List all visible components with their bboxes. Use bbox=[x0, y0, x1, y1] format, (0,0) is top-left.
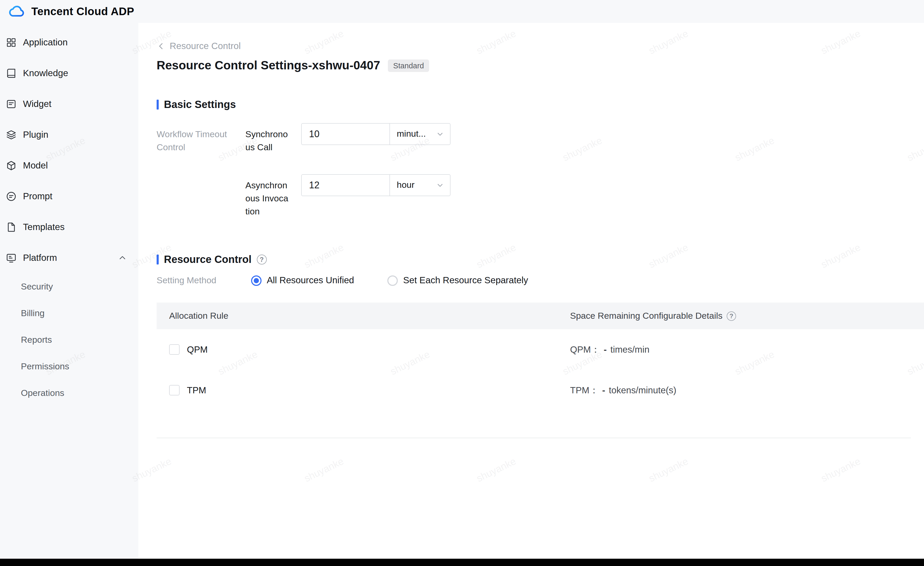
group-label-spacer bbox=[157, 174, 236, 179]
help-icon[interactable]: ? bbox=[257, 255, 267, 265]
template-icon bbox=[6, 222, 17, 233]
basic-settings-section: Basic Settings Workflow Timeout Control … bbox=[157, 99, 924, 218]
sidebar-item-label: Knowledge bbox=[23, 68, 68, 79]
radio-option-label: All Resources Unified bbox=[267, 275, 354, 286]
sidebar: Application Knowledge Widget bbox=[0, 23, 138, 559]
sidebar-item-label: Application bbox=[23, 37, 68, 48]
async-call-unit-select[interactable]: hour bbox=[389, 174, 450, 196]
sidebar-subitem-label: Reports bbox=[21, 335, 52, 345]
chevron-left-icon bbox=[157, 42, 165, 51]
async-call-value-input[interactable] bbox=[301, 174, 390, 196]
message-icon bbox=[6, 191, 17, 202]
breadcrumb-back[interactable]: Resource Control bbox=[157, 41, 241, 52]
column-header-space-remaining: Space Remaining Configurable Details ? bbox=[570, 311, 736, 321]
sidebar-item-application[interactable]: Application bbox=[0, 27, 138, 58]
sync-call-value-input[interactable] bbox=[301, 123, 390, 145]
platform-icon bbox=[6, 253, 17, 264]
sidebar-item-prompt[interactable]: Prompt bbox=[0, 181, 138, 212]
detail-value: - bbox=[602, 385, 605, 396]
section-title: Resource Control bbox=[164, 253, 252, 265]
radio-set-each-resource-separately[interactable]: Set Each Resource Separately bbox=[388, 275, 528, 286]
form-row-sync: Workflow Timeout Control Synchronous Cal… bbox=[157, 123, 924, 154]
sidebar-subitem-label: Security bbox=[21, 282, 53, 292]
sidebar-item-permissions[interactable]: Permissions bbox=[0, 353, 138, 380]
detail-prefix: QPM： bbox=[570, 343, 600, 356]
tpm-checkbox[interactable] bbox=[169, 385, 180, 395]
sidebar-item-label: Templates bbox=[23, 222, 65, 233]
detail-prefix: TPM： bbox=[570, 384, 598, 397]
selected-unit: hour bbox=[397, 180, 414, 190]
chevron-down-icon bbox=[436, 130, 444, 138]
sidebar-item-plugin[interactable]: Plugin bbox=[0, 120, 138, 150]
title-row: Resource Control Settings-xshwu-0407 Sta… bbox=[157, 58, 924, 72]
sidebar-item-label: Widget bbox=[23, 99, 51, 109]
async-call-control: hour bbox=[301, 174, 450, 196]
status-badge: Standard bbox=[388, 59, 429, 72]
app-header: Tencent Cloud ADP bbox=[0, 0, 924, 23]
selected-unit: minut... bbox=[397, 129, 426, 139]
sync-call-unit-select[interactable]: minut... bbox=[389, 123, 450, 145]
cube-icon bbox=[6, 160, 17, 171]
resource-control-section: Resource Control ? Setting Method All Re… bbox=[157, 253, 924, 438]
sidebar-item-label: Prompt bbox=[23, 191, 52, 202]
setting-method-row: Setting Method All Resources Unified Set… bbox=[157, 275, 924, 286]
row-label: TPM bbox=[187, 385, 206, 396]
table-row-qpm: QPM QPM： - times/min bbox=[157, 329, 924, 370]
sidebar-subitem-label: Billing bbox=[21, 308, 45, 319]
allocation-table-header: Allocation Rule Space Remaining Configur… bbox=[157, 302, 924, 329]
radio-unselected-icon bbox=[388, 275, 398, 286]
group-label: Workflow Timeout Control bbox=[157, 123, 236, 154]
qpm-checkbox[interactable] bbox=[169, 344, 180, 355]
timeout-form: Workflow Timeout Control Synchronous Cal… bbox=[157, 123, 924, 218]
breadcrumb-label: Resource Control bbox=[170, 41, 241, 52]
detail-unit: times/min bbox=[610, 344, 650, 355]
sidebar-item-templates[interactable]: Templates bbox=[0, 212, 138, 243]
panel-icon bbox=[6, 99, 17, 109]
section-divider bbox=[157, 438, 911, 438]
section-title: Basic Settings bbox=[164, 99, 236, 111]
sidebar-item-model[interactable]: Model bbox=[0, 150, 138, 181]
qpm-detail: QPM： - times/min bbox=[570, 343, 650, 356]
table-row-tpm: TPM TPM： - tokens/minute(s) bbox=[157, 370, 924, 410]
section-accent-bar bbox=[157, 100, 159, 109]
sidebar-item-operations[interactable]: Operations bbox=[0, 380, 138, 406]
radio-selected-icon bbox=[251, 275, 261, 286]
sidebar-subitem-label: Permissions bbox=[21, 361, 69, 372]
brand-title: Tencent Cloud ADP bbox=[32, 5, 134, 18]
chevron-down-icon bbox=[436, 181, 444, 189]
sidebar-item-label: Platform bbox=[23, 253, 57, 264]
sidebar-item-knowledge[interactable]: Knowledge bbox=[0, 58, 138, 89]
form-row-async: Asynchronous Invocation hour bbox=[157, 174, 924, 218]
sidebar-item-reports[interactable]: Reports bbox=[0, 326, 138, 353]
sidebar-item-label: Model bbox=[23, 160, 48, 171]
row-label: QPM bbox=[187, 344, 208, 355]
resource-control-header: Resource Control ? bbox=[157, 253, 924, 265]
help-icon[interactable]: ? bbox=[727, 311, 736, 320]
field-label: Asynchronous Invocation bbox=[245, 174, 290, 218]
screenshot-stage: Tencent Cloud ADP Application Knowledge bbox=[0, 0, 924, 566]
sidebar-item-widget[interactable]: Widget bbox=[0, 89, 138, 120]
tpm-detail: TPM： - tokens/minute(s) bbox=[570, 384, 676, 397]
sidebar-item-billing[interactable]: Billing bbox=[0, 300, 138, 326]
basic-settings-header: Basic Settings bbox=[157, 99, 924, 111]
sync-call-control: minut... bbox=[301, 123, 450, 145]
column-header-allocation-rule: Allocation Rule bbox=[169, 311, 228, 321]
page-title: Resource Control Settings-xshwu-0407 bbox=[157, 58, 380, 72]
grid-icon bbox=[6, 37, 17, 48]
sidebar-subitem-label: Operations bbox=[21, 388, 64, 398]
sidebar-item-platform[interactable]: Platform bbox=[0, 243, 138, 273]
sidebar-item-security[interactable]: Security bbox=[0, 273, 138, 300]
layers-icon bbox=[6, 129, 17, 140]
section-accent-bar bbox=[157, 255, 159, 265]
radio-all-resources-unified[interactable]: All Resources Unified bbox=[251, 275, 354, 286]
bottom-black-bar bbox=[0, 559, 924, 566]
chevron-up-icon bbox=[118, 253, 127, 262]
setting-method-label: Setting Method bbox=[157, 275, 251, 286]
sidebar-item-label: Plugin bbox=[23, 129, 48, 140]
radio-option-label: Set Each Resource Separately bbox=[403, 275, 528, 286]
field-label: Synchronous Call bbox=[245, 123, 290, 154]
main-content: Resource Control Resource Control Settin… bbox=[138, 23, 924, 559]
book-icon bbox=[6, 68, 17, 79]
detail-unit: tokens/minute(s) bbox=[609, 385, 676, 396]
tencent-cloud-logo-icon bbox=[8, 5, 27, 18]
